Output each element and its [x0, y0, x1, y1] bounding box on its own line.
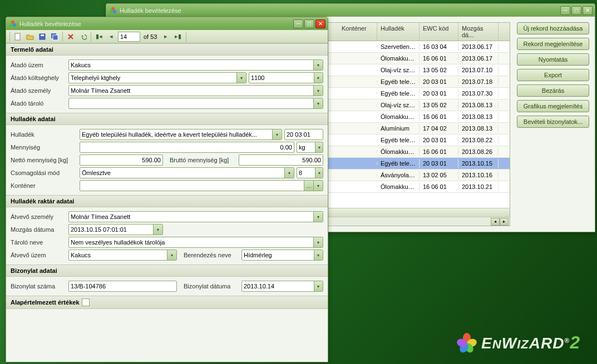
csomagolas-val-field[interactable] [297, 167, 323, 178]
section-hulladek: Hulladék adatai [6, 113, 328, 125]
mennyiseg-label: Mennyiség [11, 144, 77, 151]
delete-icon[interactable] [65, 31, 76, 42]
browse-icon[interactable] [304, 181, 313, 191]
berendezes-field[interactable] [241, 250, 323, 261]
dropdown-icon[interactable] [313, 212, 323, 222]
app-icon [8, 19, 17, 28]
graphical-button[interactable]: Grafikus megjelenítés [517, 100, 589, 112]
svg-point-1 [110, 10, 113, 13]
expand-checkbox[interactable] [82, 298, 90, 306]
list-titlebar: Hulladék bevételezése ─ □ ✕ [106, 4, 595, 17]
atado-koltseghely-field[interactable] [68, 72, 246, 83]
save-icon[interactable] [37, 31, 48, 42]
col-ewc[interactable]: EWC kód [420, 23, 458, 41]
hulladek-label: Hulladék [11, 131, 77, 138]
mozgas-datuma-label: Mozgás dátuma [11, 226, 66, 233]
page-of: of 53 [141, 33, 159, 40]
last-icon[interactable]: ▸▮ [172, 31, 184, 42]
export-button[interactable]: Export [517, 69, 589, 81]
hulladek-field[interactable] [80, 129, 282, 140]
new-record-button[interactable]: Új rekord hozzáadása [517, 22, 589, 34]
ewc-field[interactable] [284, 129, 323, 140]
open-icon[interactable] [24, 31, 36, 42]
svg-rect-8 [41, 34, 44, 36]
scroll-right-button[interactable]: ▸ [500, 218, 509, 226]
minimize-button[interactable]: ─ [560, 6, 570, 15]
form-window: Hulladék bevételezése ─ □ ✕ ▮◂ ◂ of 53 ▸… [6, 17, 328, 362]
bizonylat-szama-field[interactable] [68, 281, 177, 292]
maximize-button[interactable]: □ [304, 19, 314, 28]
enwizard-logo: ENWIZARD®2 [457, 332, 580, 353]
svg-point-2 [113, 10, 116, 13]
svg-rect-10 [53, 35, 58, 40]
list-title: Hulladék bevételezése [120, 7, 560, 14]
form-titlebar: Hulladék bevételezése ─ □ ✕ [6, 17, 328, 30]
bizonylat-szama-label: Bizonylat száma [11, 283, 66, 290]
app-icon [108, 6, 117, 15]
page-input[interactable] [118, 32, 140, 42]
egyseg-field[interactable] [297, 142, 323, 153]
save-all-icon[interactable] [49, 31, 60, 42]
show-record-button[interactable]: Rekord megjelenítése [517, 38, 589, 50]
dropdown-icon[interactable] [272, 129, 282, 139]
next-icon[interactable]: ▸ [160, 31, 171, 42]
action-buttons: Új rekord hozzáadása Rekord megjelenítés… [517, 22, 589, 226]
dropdown-icon[interactable] [313, 237, 323, 247]
atado-tarolo-field[interactable] [68, 98, 323, 109]
close-button[interactable]: ✕ [315, 19, 325, 28]
close-list-button[interactable]: Bezárás [517, 84, 589, 97]
atvevo-uzem-field[interactable] [68, 250, 177, 261]
maximize-button[interactable]: □ [571, 6, 581, 15]
netto-field[interactable] [80, 154, 163, 166]
mennyiseg-field[interactable] [80, 142, 294, 153]
bizonylat-datum-field[interactable] [241, 281, 323, 292]
kontener-field[interactable] [80, 180, 323, 191]
tarolo-neve-field[interactable] [68, 237, 323, 248]
bizonylat-datum-label: Bizonylat dátuma [184, 283, 239, 290]
atado-szemely-field[interactable] [68, 85, 323, 96]
brutto-label: Bruttó mennyiség [kg] [170, 157, 236, 163]
brutto-field[interactable] [239, 154, 323, 166]
dropdown-icon[interactable] [313, 181, 323, 191]
dropdown-icon[interactable] [315, 168, 323, 178]
col-datum[interactable]: Mozgás dá... [458, 23, 499, 41]
dropdown-icon[interactable] [236, 73, 246, 83]
csomagolas-field[interactable] [80, 167, 294, 178]
atado-koltseghely-kod-field[interactable] [249, 72, 323, 83]
atado-uzem-label: Átadó üzem [11, 62, 66, 68]
dropdown-icon[interactable] [314, 250, 323, 260]
receipts-button[interactable]: Bevételi bizonylatok... [517, 116, 589, 128]
undo-icon[interactable] [77, 31, 88, 42]
scroll-left-button[interactable]: ◂ [491, 218, 500, 226]
dropdown-icon[interactable] [167, 250, 176, 260]
dropdown-icon[interactable] [314, 73, 323, 83]
dropdown-icon[interactable] [313, 98, 323, 108]
section-alap: Alapértelmezett értékek [6, 296, 328, 309]
mozgas-datuma-field[interactable] [68, 224, 163, 235]
alap-header-text: Alapértelmezett értékek [11, 299, 80, 306]
print-button[interactable]: Nyomtatás [517, 53, 589, 66]
prev-icon[interactable]: ◂ [106, 31, 117, 42]
dropdown-icon[interactable] [284, 168, 294, 178]
svg-point-5 [13, 23, 16, 27]
close-button[interactable]: ✕ [583, 6, 593, 15]
dropdown-icon[interactable] [315, 142, 323, 152]
atvevo-szemely-field[interactable] [68, 211, 323, 222]
new-icon[interactable] [12, 31, 23, 42]
dropdown-icon[interactable] [313, 86, 323, 96]
dropdown-icon[interactable] [314, 281, 323, 291]
form-title: Hulladék bevételezése [19, 21, 293, 27]
first-icon[interactable]: ▮◂ [93, 31, 105, 42]
minimize-button[interactable]: ─ [293, 19, 303, 28]
tarolo-neve-label: Tároló neve [11, 239, 66, 246]
col-hulladek[interactable]: Hulladék [377, 23, 420, 41]
dropdown-icon[interactable] [153, 225, 162, 235]
svg-rect-6 [15, 33, 20, 40]
atado-koltseghely-label: Átadó költséghely [11, 74, 66, 81]
atado-tarolo-label: Átadó tároló [11, 100, 66, 107]
col-kontener[interactable]: Konténer [338, 23, 377, 41]
atado-uzem-field[interactable] [68, 59, 323, 71]
dropdown-icon[interactable] [313, 60, 323, 70]
section-termelo: Termelő adatai [6, 43, 328, 56]
section-bizonylat: Bizonylat adatai [6, 265, 328, 277]
